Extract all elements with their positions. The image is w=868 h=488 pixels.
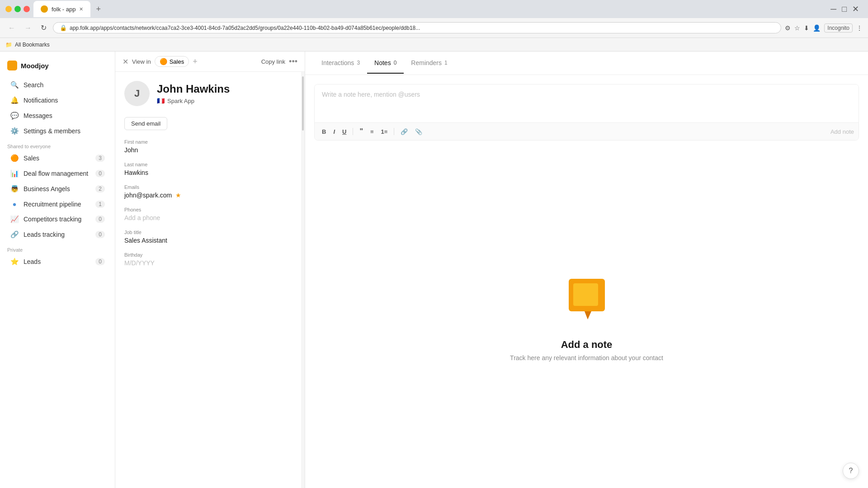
- tab-interactions-count: 3: [357, 60, 360, 66]
- field-label-birthday: Birthday: [124, 252, 292, 258]
- browser-tab-active[interactable]: folk - app ✕: [33, 1, 90, 17]
- help-button[interactable]: ?: [843, 463, 859, 479]
- note-illustration: [560, 277, 614, 328]
- minimize-icon[interactable]: ─: [830, 5, 836, 14]
- note-input[interactable]: [315, 84, 859, 121]
- notes-empty-state: Add a note Track here any relevant infor…: [305, 150, 868, 488]
- toolbar-separator-2: [394, 128, 394, 135]
- address-text: app.folk.app/apps/contacts/network/ccaa7…: [70, 25, 774, 31]
- browser-window-controls[interactable]: [5, 6, 30, 12]
- sidebar-item-recruitment[interactable]: ● Recruitment pipeline 1: [3, 197, 112, 211]
- sales-badge-icon: 🟠: [160, 58, 167, 65]
- send-email-button[interactable]: Send email: [124, 117, 167, 130]
- sidebar-item-leads[interactable]: ⭐ Leads 0: [3, 254, 112, 269]
- bookmarks-label[interactable]: All Bookmarks: [15, 42, 50, 48]
- field-value-phones[interactable]: Add a phone: [124, 214, 292, 221]
- sales-icon: 🟠: [10, 154, 19, 162]
- svg-rect-1: [573, 283, 598, 306]
- field-value-emails: john@spark.com ★: [124, 192, 292, 199]
- close-window-button[interactable]: [24, 6, 30, 12]
- field-birthday: Birthday M/D/YYYY: [124, 252, 292, 267]
- italic-button[interactable]: I: [330, 127, 338, 137]
- leads-tracking-icon: 🔗: [10, 230, 19, 239]
- sidebar-item-label-search: Search: [24, 81, 105, 89]
- sidebar-item-notifications[interactable]: 🔔 Notifications: [3, 93, 112, 108]
- sidebar-item-competitors[interactable]: 📈 Competitors tracking 0: [3, 212, 112, 226]
- sidebar-item-messages[interactable]: 💬 Messages: [3, 108, 112, 123]
- sidebar-item-count-business-angels: 2: [95, 185, 105, 192]
- bullet-list-button[interactable]: ≡: [368, 127, 377, 137]
- panel-actions: Copy link •••: [261, 57, 297, 66]
- sidebar-item-label-messages: Messages: [24, 112, 105, 119]
- note-svg-illustration: [560, 277, 614, 326]
- tab-notes[interactable]: Notes 0: [367, 53, 404, 74]
- sidebar: Moodjoy 🔍 Search 🔔 Notifications 💬 Messa…: [0, 52, 115, 488]
- tab-favicon: [41, 5, 48, 13]
- email-star-icon[interactable]: ★: [175, 192, 181, 199]
- field-label-phones: Phones: [124, 207, 292, 212]
- leads-icon: ⭐: [10, 258, 19, 266]
- sidebar-item-deal-flow[interactable]: 📊 Deal flow management 0: [3, 166, 112, 181]
- contact-company: 🇫🇷 Spark App: [157, 97, 230, 104]
- company-flag: 🇫🇷: [157, 97, 165, 104]
- field-value-birthday[interactable]: M/D/YYYY: [124, 259, 292, 267]
- address-bar[interactable]: 🔒 app.folk.app/apps/contacts/network/cca…: [53, 22, 781, 33]
- new-tab-button[interactable]: +: [92, 3, 104, 16]
- note-editor[interactable]: B I U " ≡ 1≡ 🔗 📎 Add note: [314, 84, 859, 141]
- view-in-label: View in: [132, 58, 151, 65]
- tab-close-icon[interactable]: ✕: [79, 6, 83, 12]
- minimize-button[interactable]: [5, 6, 12, 12]
- sidebar-item-count-competitors: 0: [95, 216, 105, 223]
- sidebar-item-label-leads-tracking: Leads tracking: [24, 231, 91, 238]
- back-button[interactable]: ←: [5, 22, 18, 34]
- sidebar-item-settings[interactable]: ⚙️ Settings & members: [3, 124, 112, 138]
- sidebar-item-count-deal-flow: 0: [95, 170, 105, 177]
- quote-button[interactable]: ": [357, 126, 366, 137]
- copy-link-button[interactable]: Copy link: [261, 58, 285, 65]
- underline-button[interactable]: U: [340, 127, 349, 137]
- close-icon[interactable]: ✕: [852, 4, 859, 14]
- sidebar-item-label-settings: Settings & members: [24, 127, 105, 135]
- add-view-button[interactable]: +: [193, 57, 198, 66]
- bold-button[interactable]: B: [319, 127, 329, 137]
- sidebar-item-label-business-angels: Business Angels: [24, 185, 91, 192]
- numbered-list-button[interactable]: 1≡: [378, 127, 391, 137]
- add-note-button[interactable]: Add note: [830, 128, 854, 135]
- attachment-button[interactable]: 📎: [412, 127, 425, 137]
- link-button[interactable]: 🔗: [398, 127, 410, 137]
- refresh-button[interactable]: ↻: [38, 22, 49, 34]
- brand-logo: [7, 61, 17, 70]
- bookmark-icon[interactable]: ☆: [794, 24, 800, 32]
- panel-close-button[interactable]: ✕: [123, 57, 128, 66]
- field-value-first-name: John: [124, 146, 292, 154]
- contact-scrollbar[interactable]: [301, 72, 305, 488]
- notifications-icon: 🔔: [10, 96, 19, 104]
- tab-interactions[interactable]: Interactions 3: [314, 53, 367, 74]
- sidebar-item-label-leads: Leads: [24, 258, 91, 265]
- sidebar-item-count-recruitment: 1: [95, 201, 105, 208]
- tab-reminders[interactable]: Reminders 1: [404, 53, 454, 74]
- view-in-badge[interactable]: 🟠 Sales: [155, 56, 189, 67]
- maximize-button[interactable]: [14, 6, 21, 12]
- forward-button[interactable]: →: [22, 22, 34, 34]
- incognito-label: Incognito: [824, 23, 853, 33]
- extensions-icon[interactable]: ⚙: [785, 24, 791, 32]
- competitors-icon: 📈: [10, 215, 19, 223]
- sidebar-item-sales[interactable]: 🟠 Sales 3: [3, 151, 112, 165]
- restore-icon[interactable]: □: [842, 5, 847, 14]
- email-text: john@spark.com: [124, 192, 172, 199]
- sidebar-item-business-angels[interactable]: 👼 Business Angels 2: [3, 182, 112, 196]
- recruitment-icon: ●: [10, 200, 19, 208]
- profile-icon[interactable]: 👤: [813, 24, 821, 32]
- deal-flow-icon: 📊: [10, 169, 19, 178]
- settings-icon: ⚙️: [10, 127, 19, 135]
- sidebar-brand: Moodjoy: [0, 57, 115, 78]
- download-icon[interactable]: ⬇: [804, 24, 809, 32]
- scroll-thumb: [302, 76, 304, 131]
- menu-icon[interactable]: ⋮: [856, 24, 863, 32]
- sidebar-item-count-sales: 3: [95, 155, 105, 162]
- sidebar-item-search[interactable]: 🔍 Search: [3, 78, 112, 92]
- sidebar-item-leads-tracking[interactable]: 🔗 Leads tracking 0: [3, 227, 112, 242]
- field-emails: Emails john@spark.com ★: [124, 184, 292, 199]
- more-options-button[interactable]: •••: [289, 57, 297, 66]
